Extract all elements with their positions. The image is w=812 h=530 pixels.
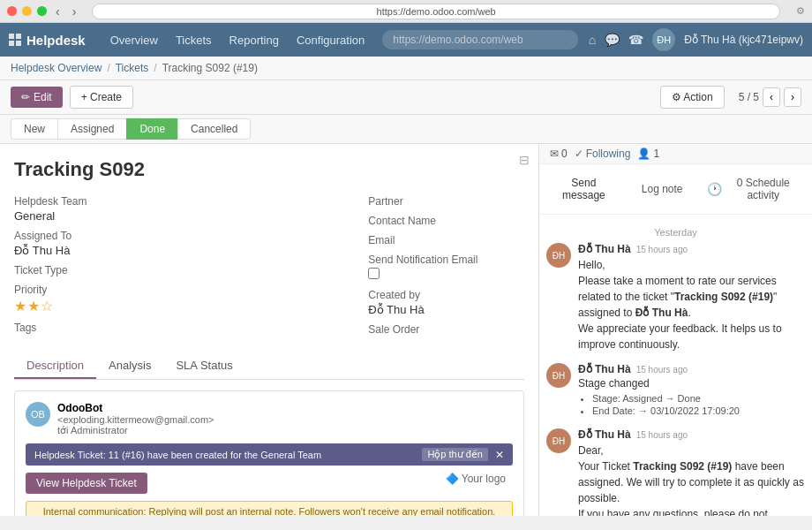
search-input[interactable] bbox=[382, 30, 577, 49]
label-assigned-to: Assigned To bbox=[14, 230, 170, 242]
chat-messages: Yesterday ĐH Đỗ Thu Hà 15 hours ago Hell… bbox=[539, 215, 812, 516]
nav-configuration[interactable]: Configuration bbox=[289, 30, 372, 50]
field-tags: Tags bbox=[14, 322, 170, 334]
email-preview: OB OdooBot <exploding.kittermeow@gmail.c… bbox=[14, 390, 524, 516]
form-middle-spacer bbox=[192, 195, 348, 343]
email-subject-close[interactable]: ✕ bbox=[495, 449, 504, 461]
send-message-button[interactable]: Send message bbox=[546, 171, 621, 207]
back-button[interactable]: ‹ bbox=[52, 4, 64, 19]
breadcrumb-tickets[interactable]: Tickets bbox=[116, 62, 149, 74]
email-subject-bar: Helpdesk Ticket: 11 (#16) have been crea… bbox=[26, 443, 513, 466]
email-to: tới Administrator bbox=[57, 425, 214, 436]
email-logo-area: View Helpdesk Ticket 🔷 Your logo bbox=[26, 473, 513, 494]
message-item-2: ĐH Đỗ Thu Hà 15 hours ago Stage changed … bbox=[546, 363, 805, 418]
field-ticket-type: Ticket Type bbox=[14, 264, 170, 276]
person-icon: 👤 bbox=[637, 148, 650, 160]
msg-content-3: Đỗ Thu Hà 15 hours ago Dear, Your Ticket… bbox=[578, 428, 805, 516]
nav-tickets[interactable]: Tickets bbox=[169, 30, 219, 50]
create-button[interactable]: + Create bbox=[70, 86, 133, 109]
status-badges: ✉ 0 ✓ Following 👤 1 bbox=[539, 144, 812, 164]
stage-tabs: New Assigned Done Cancelled bbox=[0, 115, 812, 144]
field-assigned-to: Assigned To Đỗ Thu Hà bbox=[14, 230, 170, 257]
edit-label: Edit bbox=[34, 91, 52, 103]
breadcrumb-helpdesk[interactable]: Helpdesk Overview bbox=[11, 62, 102, 74]
check-icon: ✓ bbox=[575, 148, 583, 160]
minimize-dot[interactable] bbox=[22, 6, 32, 16]
prev-page-button[interactable]: ‹ bbox=[763, 87, 780, 107]
next-page-button[interactable]: › bbox=[784, 87, 801, 107]
page-info: 5 / 5 bbox=[739, 91, 759, 103]
window-chrome: ‹ › https://demo.odoo.com/web ⚙ bbox=[0, 0, 812, 23]
nav-reporting[interactable]: Reporting bbox=[222, 30, 286, 50]
value-priority[interactable]: ★★☆ bbox=[14, 298, 170, 314]
form-right-col: Partner Contact Name Email Send Notifica… bbox=[368, 195, 524, 343]
fold-icon[interactable]: ⊟ bbox=[519, 153, 530, 167]
username: Đỗ Thu Hà (kjc471eipwv) bbox=[684, 34, 803, 46]
send-notification-checkbox[interactable] bbox=[368, 268, 380, 279]
follower-count: 1 bbox=[653, 148, 659, 160]
nav-overview[interactable]: Overview bbox=[103, 30, 165, 50]
follower-count-badge: 👤 1 bbox=[637, 148, 659, 160]
msg-time-1: 15 hours ago bbox=[636, 245, 688, 254]
action-bar: ✏ Edit + Create ⚙ Action 5 / 5 ‹ › bbox=[0, 80, 812, 115]
form-area: ⊟ Tracking S092 Helpdesk Team General As… bbox=[0, 144, 538, 516]
app-name: Helpdesk bbox=[26, 33, 86, 48]
email-header: OB OdooBot <exploding.kittermeow@gmail.c… bbox=[26, 402, 513, 436]
msg-avatar-3: ĐH bbox=[546, 428, 571, 453]
form-fields: Helpdesk Team General Assigned To Đỗ Thu… bbox=[14, 195, 524, 343]
field-sale-order: Sale Order bbox=[368, 323, 524, 336]
stage-tab-done[interactable]: Done bbox=[126, 118, 177, 140]
msg-text-3: Dear, Your Ticket Tracking S092 (#19) ha… bbox=[578, 443, 805, 516]
topbar: Helpdesk Overview Tickets Reporting Conf… bbox=[0, 23, 812, 57]
email-subject-tag: Hộp thư đến bbox=[422, 448, 488, 461]
msg-name-1: Đỗ Thu Hà bbox=[578, 243, 631, 255]
grid-icon bbox=[9, 34, 21, 46]
label-email: Email bbox=[368, 234, 524, 246]
edit-button[interactable]: ✏ Edit bbox=[11, 87, 63, 108]
pencil-icon: ✏ bbox=[21, 91, 30, 103]
home-icon[interactable]: ⌂ bbox=[589, 33, 596, 47]
form-tabs: Description Analysis SLA Status bbox=[14, 353, 524, 380]
stage-change-label-2: Stage changed bbox=[578, 377, 650, 390]
url-bar[interactable]: https://demo.odoo.com/web bbox=[92, 4, 780, 19]
value-helpdesk-team: General bbox=[14, 209, 170, 223]
search-bar[interactable] bbox=[382, 30, 577, 49]
label-helpdesk-team: Helpdesk Team bbox=[14, 195, 170, 208]
log-note-button[interactable]: Log note bbox=[625, 171, 700, 207]
tab-description[interactable]: Description bbox=[14, 353, 96, 379]
tab-analysis[interactable]: Analysis bbox=[96, 353, 163, 379]
maximize-dot[interactable] bbox=[37, 6, 47, 16]
following-label: Following bbox=[586, 148, 631, 160]
tab-sla-status[interactable]: SLA Status bbox=[163, 353, 244, 379]
following-badge[interactable]: ✓ Following bbox=[575, 148, 631, 160]
msg-text-1: Hello, Please take a moment to rate our … bbox=[578, 257, 805, 352]
forward-button[interactable]: › bbox=[69, 4, 80, 19]
stage-tab-assigned[interactable]: Assigned bbox=[57, 118, 126, 140]
label-send-notification: Send Notification Email bbox=[368, 254, 524, 266]
stage-item-2-2: End Date: → 03/10/2022 17:09:20 bbox=[592, 405, 805, 416]
email-warning: Internal communication: Replying will po… bbox=[26, 501, 513, 516]
label-created-by: Created by bbox=[368, 289, 524, 301]
view-helpdesk-ticket-button[interactable]: View Helpdesk Ticket bbox=[26, 473, 147, 494]
action-button[interactable]: ⚙ Action bbox=[660, 86, 725, 109]
message-icon: ✉ bbox=[550, 148, 559, 160]
label-priority: Priority bbox=[14, 284, 170, 296]
email-logo: 🔷 Your logo bbox=[147, 473, 513, 494]
breadcrumb: Helpdesk Overview / Tickets / Tracking S… bbox=[0, 57, 812, 80]
breadcrumb-current: Tracking S092 (#19) bbox=[162, 62, 258, 74]
close-dot[interactable] bbox=[7, 6, 17, 16]
main-layout: ⊟ Tracking S092 Helpdesk Team General As… bbox=[0, 144, 812, 516]
field-helpdesk-team: Helpdesk Team General bbox=[14, 195, 170, 223]
message-item: ĐH Đỗ Thu Hà 15 hours ago Hello, Please … bbox=[546, 243, 805, 352]
email-from-name: OdooBot bbox=[57, 402, 214, 414]
label-partner: Partner bbox=[368, 195, 524, 208]
schedule-activity-button[interactable]: 🕐 0 Schedule activity bbox=[703, 171, 805, 207]
email-from-email: <exploding.kittermeow@gmail.com> bbox=[57, 414, 214, 425]
stage-tab-new[interactable]: New bbox=[11, 118, 57, 140]
msg-header-3: Đỗ Thu Hà 15 hours ago bbox=[578, 428, 805, 441]
msg-avatar-2: ĐH bbox=[546, 363, 571, 388]
phone-icon[interactable]: ☎ bbox=[628, 33, 643, 47]
stage-tab-cancelled[interactable]: Cancelled bbox=[177, 118, 251, 140]
msg-name-2: Đỗ Thu Hà bbox=[578, 363, 631, 375]
chat-icon[interactable]: 💬 bbox=[605, 33, 620, 47]
